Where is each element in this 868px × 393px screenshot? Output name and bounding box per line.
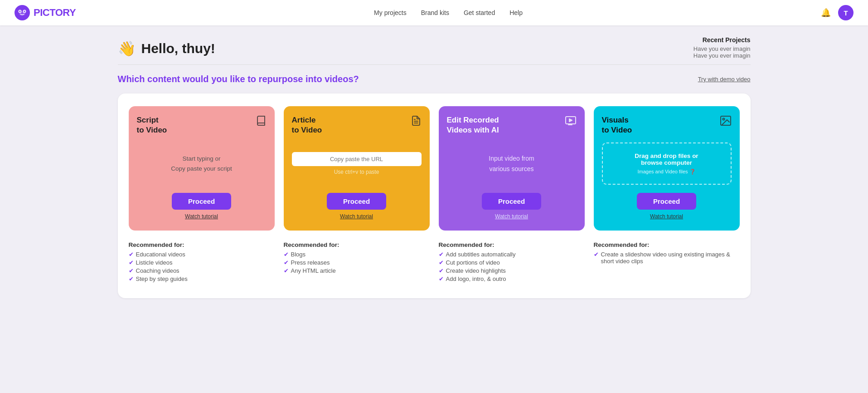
rec-article: Recommended for: ✔Blogs ✔Press releases …	[284, 241, 430, 284]
visuals-card-title: Visualsto Video	[602, 115, 632, 135]
nav-help[interactable]: Help	[509, 9, 523, 16]
script-card-header: Scriptto Video	[137, 115, 267, 135]
cards-container: Scriptto Video Start typing orCopy paste…	[118, 93, 751, 298]
check-icon: ✔	[284, 251, 289, 258]
logo[interactable]: PICTORY	[15, 5, 76, 20]
rec-item: ✔Create video highlights	[439, 267, 585, 274]
script-watch-tutorial-link[interactable]: Watch tutorial	[137, 213, 267, 220]
svg-point-5	[24, 11, 25, 12]
article-card-header: Articleto Video	[292, 115, 422, 135]
article-card-icon	[411, 115, 422, 129]
navbar-links: My projects Brand kits Get started Help	[374, 9, 523, 16]
notification-bell-icon[interactable]: 🔔	[821, 8, 831, 18]
check-icon: ✔	[439, 275, 444, 282]
nav-my-projects[interactable]: My projects	[374, 9, 407, 16]
recorded-card-header: Edit RecordedVideos with AI	[447, 115, 577, 135]
rec-item: ✔Step by step guides	[129, 275, 275, 282]
recent-projects-title: Recent Projects	[693, 36, 751, 44]
rec-item: ✔Press releases	[284, 259, 430, 266]
rec-item: ✔Create a slideshow video using existing…	[594, 251, 740, 265]
check-icon: ✔	[129, 251, 134, 258]
rec-visuals: Recommended for: ✔Create a slideshow vid…	[594, 241, 740, 284]
rec-item: ✔Add subtitles automatically	[439, 251, 585, 258]
recorded-card-body: Input video fromvarious sources	[447, 142, 577, 185]
url-hint: Use ctrl+v to paste	[292, 169, 422, 175]
greeting-emoji: 👋	[118, 40, 136, 57]
demo-video-link[interactable]: Try with demo video	[698, 76, 751, 83]
greeting: 👋 Hello, thuy!	[118, 40, 751, 57]
subtitle-row: Which content would you like to repurpos…	[118, 74, 751, 84]
visuals-watch-tutorial-link[interactable]: Watch tutorial	[602, 213, 732, 220]
script-card-title: Scriptto Video	[137, 115, 167, 135]
drop-hint-text: Images and Video files ❓	[609, 169, 724, 175]
rec-recorded-title: Recommended for:	[439, 241, 585, 248]
svg-point-13	[723, 118, 724, 120]
recent-project-1[interactable]: Have you ever imagin	[693, 45, 751, 52]
svg-point-4	[19, 11, 21, 12]
svg-marker-11	[569, 119, 572, 122]
navbar: PICTORY My projects Brand kits Get start…	[0, 0, 868, 25]
nav-get-started[interactable]: Get started	[464, 9, 495, 16]
rec-script-title: Recommended for:	[129, 241, 275, 248]
recorded-proceed-button[interactable]: Proceed	[482, 193, 541, 210]
avatar[interactable]: T	[838, 5, 853, 20]
visuals-to-video-card: Visualsto Video Drag and drop files orbr…	[594, 106, 740, 231]
rec-item: ✔Listicle videos	[129, 259, 275, 266]
rec-article-title: Recommended for:	[284, 241, 430, 248]
article-watch-tutorial-link[interactable]: Watch tutorial	[292, 213, 422, 220]
logo-text: PICTORY	[34, 7, 76, 19]
url-input[interactable]	[292, 152, 422, 166]
rec-item: ✔Coaching videos	[129, 267, 275, 274]
visuals-card-body[interactable]: Drag and drop files orbrowse computer Im…	[602, 142, 732, 185]
nav-brand-kits[interactable]: Brand kits	[421, 9, 449, 16]
drop-main-text: Drag and drop files orbrowse computer	[609, 152, 724, 166]
visuals-card-header: Visualsto Video	[602, 115, 732, 135]
recorded-card-title: Edit RecordedVideos with AI	[447, 115, 499, 135]
script-card-icon	[256, 115, 267, 129]
rec-visuals-title: Recommended for:	[594, 241, 740, 248]
check-icon: ✔	[594, 251, 599, 258]
recorded-placeholder-text: Input video fromvarious sources	[489, 153, 534, 174]
recent-project-2[interactable]: Have you ever imagin	[693, 52, 751, 59]
url-input-wrap: Use ctrl+v to paste	[292, 152, 422, 175]
rec-recorded: Recommended for: ✔Add subtitles automati…	[439, 241, 585, 284]
rec-script: Recommended for: ✔Educational videos ✔Li…	[129, 241, 275, 284]
cards-grid: Scriptto Video Start typing orCopy paste…	[129, 106, 740, 231]
check-icon: ✔	[284, 267, 289, 274]
navbar-right: 🔔 T	[821, 5, 853, 20]
rec-item: ✔Blogs	[284, 251, 430, 258]
recorded-watch-tutorial-link[interactable]: Watch tutorial	[447, 213, 577, 220]
check-icon: ✔	[129, 275, 134, 282]
greeting-text: Hello, thuy!	[141, 41, 215, 56]
main-content: Recent Projects Have you ever imagin Hav…	[103, 25, 765, 298]
recorded-video-card: Edit RecordedVideos with AI Input video …	[439, 106, 585, 231]
rec-item: ✔Educational videos	[129, 251, 275, 258]
article-proceed-button[interactable]: Proceed	[327, 193, 386, 210]
recent-projects-panel: Recent Projects Have you ever imagin Hav…	[693, 36, 751, 59]
article-card-title: Articleto Video	[292, 115, 322, 135]
article-card-body: Use ctrl+v to paste	[292, 142, 422, 185]
logo-icon	[15, 5, 30, 20]
check-icon: ✔	[439, 251, 444, 258]
recorded-card-icon	[565, 115, 577, 129]
script-to-video-card: Scriptto Video Start typing orCopy paste…	[129, 106, 275, 231]
drop-area[interactable]: Drag and drop files orbrowse computer Im…	[602, 142, 732, 185]
check-icon: ✔	[439, 259, 444, 266]
check-icon: ✔	[129, 259, 134, 266]
rec-item: ✔Any HTML article	[284, 267, 430, 274]
script-card-body[interactable]: Start typing orCopy paste your script	[137, 142, 267, 185]
check-icon: ✔	[284, 259, 289, 266]
page-subtitle: Which content would you like to repurpos…	[118, 74, 359, 84]
article-to-video-card: Articleto Video	[284, 106, 430, 231]
check-icon: ✔	[439, 267, 444, 274]
rec-item: ✔Cut portions of video	[439, 259, 585, 266]
visuals-proceed-button[interactable]: Proceed	[637, 193, 696, 210]
divider	[118, 64, 751, 65]
recommended-grid: Recommended for: ✔Educational videos ✔Li…	[129, 241, 740, 284]
rec-item: ✔Add logo, intro, & outro	[439, 275, 585, 282]
script-proceed-button[interactable]: Proceed	[172, 193, 231, 210]
script-placeholder-text: Start typing orCopy paste your script	[167, 143, 235, 184]
check-icon: ✔	[129, 267, 134, 274]
visuals-card-icon	[720, 115, 732, 129]
